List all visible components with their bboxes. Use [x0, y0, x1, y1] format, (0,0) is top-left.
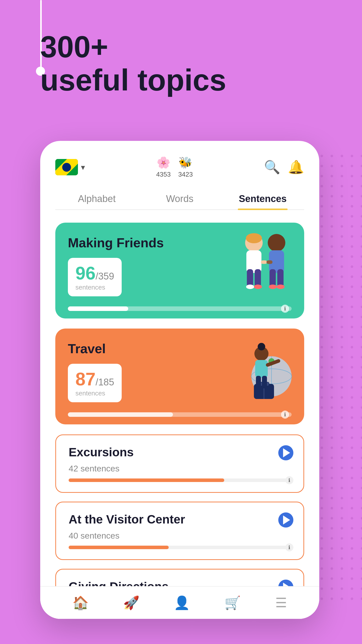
svg-rect-28 — [262, 376, 267, 388]
flower-icon: 🌸 — [157, 156, 170, 169]
making-friends-label: sentences — [75, 284, 114, 291]
travel-current: 87 — [75, 369, 96, 389]
making-friends-bar-fill — [68, 306, 128, 311]
making-friends-illustration — [229, 228, 299, 298]
bottom-navigation: 🏠 🚀 👤 🛒 ☰ — [40, 586, 319, 619]
travel-progress-bar: ℹ — [68, 412, 292, 417]
excursions-bar-fill — [69, 478, 224, 482]
flower-count: 4353 — [156, 171, 171, 178]
play-icon — [283, 448, 290, 457]
svg-rect-4 — [247, 269, 253, 287]
making-friends-progress-bar: ℹ — [68, 306, 292, 311]
nav-shop[interactable]: 🛒 — [224, 595, 241, 611]
hero-title-line2: useful topics — [40, 63, 226, 97]
visitor-center-title: At the Visitor Center — [69, 512, 291, 526]
tab-alphabet[interactable]: Alphabet — [55, 188, 138, 209]
making-friends-progress-box: 96/359 sentences — [68, 258, 122, 296]
language-selector[interactable]: ▾ — [55, 159, 85, 175]
stat-bees: 🐝 3423 — [178, 156, 193, 178]
svg-rect-25 — [255, 360, 268, 378]
travel-card[interactable]: Travel 87/185 sentences ℹ — [55, 329, 304, 424]
travel-illustration — [229, 334, 299, 404]
tab-words[interactable]: Words — [138, 188, 221, 209]
svg-rect-12 — [261, 260, 267, 264]
nav-explore[interactable]: 🚀 — [123, 595, 140, 611]
excursions-play-button[interactable] — [278, 445, 293, 460]
visitor-center-info-icon[interactable]: ℹ — [285, 543, 293, 551]
notification-icon[interactable]: 🔔 — [288, 159, 304, 175]
cart-icon: 🛒 — [224, 595, 241, 611]
stat-flowers: 🌸 4353 — [156, 156, 171, 178]
dropdown-arrow-icon: ▾ — [81, 163, 85, 172]
bee-icon: 🐝 — [178, 156, 192, 169]
making-friends-current: 96 — [75, 263, 96, 283]
svg-rect-7 — [277, 269, 284, 287]
play-icon-2 — [283, 515, 290, 525]
making-friends-info-icon[interactable]: ℹ — [281, 305, 289, 313]
header-icons: 🔍 🔔 — [264, 159, 304, 175]
visitor-center-progress-bar: ℹ — [69, 546, 291, 549]
travel-info-icon[interactable]: ℹ — [281, 411, 289, 419]
app-header: ▾ 🌸 4353 🐝 3423 🔍 🔔 — [55, 156, 304, 178]
svg-point-10 — [269, 285, 277, 289]
svg-point-11 — [277, 285, 285, 289]
nav-profile[interactable]: 👤 — [174, 595, 190, 611]
excursions-info-icon[interactable]: ℹ — [285, 476, 293, 484]
excursions-count: 42 sentences — [69, 464, 291, 473]
bee-count: 3423 — [178, 171, 193, 178]
travel-label: sentences — [75, 389, 114, 397]
travel-progress-box: 87/185 sentences — [68, 364, 122, 402]
svg-point-24 — [258, 343, 265, 350]
visitor-center-bar-fill — [69, 546, 169, 549]
phone-mockup: ▾ 🌸 4353 🐝 3423 🔍 🔔 Alphabet Words Sente… — [40, 141, 319, 619]
tab-sentences[interactable]: Sentences — [221, 188, 304, 209]
visitor-center-count: 40 sentences — [69, 531, 291, 541]
travel-total: /185 — [96, 377, 114, 387]
svg-point-14 — [246, 233, 262, 243]
excursions-title: Excursions — [69, 445, 291, 459]
svg-point-9 — [254, 285, 262, 289]
svg-point-2 — [268, 234, 285, 252]
svg-point-8 — [246, 285, 254, 289]
home-icon: 🏠 — [72, 595, 89, 611]
rocket-icon: 🚀 — [123, 595, 140, 611]
hero-title-line1: 300+ — [40, 30, 226, 63]
hero-section: 300+ useful topics — [40, 30, 226, 97]
making-friends-card[interactable]: Making Friends 96/359 sentences ℹ — [55, 223, 304, 318]
making-friends-total: /359 — [96, 271, 114, 281]
svg-rect-13 — [266, 260, 273, 264]
nav-menu[interactable]: ☰ — [275, 595, 287, 610]
profile-icon: 👤 — [174, 595, 190, 611]
stats-area: 🌸 4353 🐝 3423 — [156, 156, 193, 178]
svg-rect-6 — [269, 269, 276, 287]
visitor-center-play-button[interactable] — [278, 512, 293, 528]
nav-home[interactable]: 🏠 — [72, 595, 89, 611]
visitor-center-card[interactable]: At the Visitor Center 40 sentences ℹ — [55, 502, 304, 560]
flag-brazil — [55, 159, 78, 175]
travel-bar-fill — [68, 412, 173, 417]
svg-rect-5 — [255, 269, 261, 287]
search-icon[interactable]: 🔍 — [264, 159, 280, 175]
flag-circle — [62, 163, 71, 172]
svg-rect-27 — [256, 376, 261, 388]
excursions-progress-bar: ℹ — [69, 478, 291, 482]
excursions-card[interactable]: Excursions 42 sentences ℹ — [55, 434, 304, 493]
navigation-tabs: Alphabet Words Sentences — [55, 188, 304, 210]
menu-icon: ☰ — [275, 595, 287, 610]
